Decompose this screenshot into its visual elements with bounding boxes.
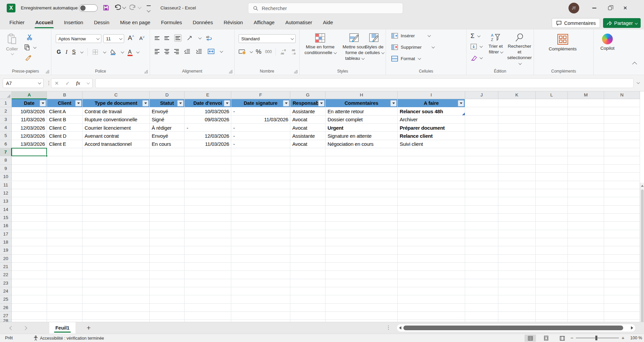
row-header-23[interactable]: 23 <box>0 279 12 287</box>
page-layout-view-button[interactable] <box>540 335 552 342</box>
table-header-date-signature[interactable]: Date signature <box>231 99 290 107</box>
cell-A2[interactable]: 10/03/2026 <box>12 107 47 115</box>
row-header-7[interactable]: 7 <box>0 148 12 156</box>
cell-E5[interactable]: 12/03/2026 <box>185 132 231 140</box>
tab-accueil[interactable]: Accueil <box>31 16 58 30</box>
share-button[interactable]: Partager <box>603 18 641 28</box>
zoom-slider-thumb[interactable] <box>595 336 597 340</box>
cell-A6[interactable]: 13/03/2026 <box>12 140 47 148</box>
cell-F5[interactable]: - <box>231 132 290 140</box>
italic-button[interactable]: I <box>65 49 67 55</box>
cell-I2[interactable]: Relancer sous 48h <box>398 107 465 115</box>
borders-button[interactable] <box>92 49 98 55</box>
cell-B6[interactable]: Client E <box>47 140 83 148</box>
clipboard-dialog-launcher[interactable] <box>46 70 49 73</box>
customize-toolbar-button[interactable] <box>147 5 151 13</box>
tab-mise-en-page[interactable]: Mise en page <box>115 16 155 30</box>
row-header-19[interactable]: 19 <box>0 246 12 254</box>
decrease-decimal-button[interactable]: .00→0 <box>291 48 298 55</box>
column-header-A[interactable]: A <box>12 91 47 99</box>
row-header-6[interactable]: 6 <box>0 140 12 148</box>
column-header-B[interactable]: B <box>47 91 83 99</box>
cell-G6[interactable]: Avocat <box>290 140 326 148</box>
cut-button[interactable] <box>26 34 33 40</box>
cell-H3[interactable]: Dossier complet <box>326 116 398 124</box>
cell-B3[interactable]: Client B <box>47 116 83 124</box>
scroll-left-icon[interactable] <box>399 326 401 330</box>
normal-view-button[interactable] <box>525 335 536 342</box>
prev-sheet-button[interactable] <box>9 326 14 330</box>
cell-D2[interactable]: Envoyé <box>150 107 185 115</box>
column-header-F[interactable]: F <box>231 91 290 99</box>
cell-A5[interactable]: 12/03/2026 <box>12 132 47 140</box>
row-header-20[interactable]: 20 <box>0 255 12 263</box>
tab-données[interactable]: Données <box>188 16 217 30</box>
copy-button[interactable] <box>24 44 36 51</box>
accessibility-status[interactable]: Accessibilité : vérification terminée <box>34 336 104 341</box>
increase-font-button[interactable]: A˄ <box>128 34 134 42</box>
align-center-button[interactable] <box>164 48 169 55</box>
column-header-J[interactable]: J <box>465 91 498 99</box>
cell-H4[interactable]: Urgent <box>326 124 398 132</box>
cell-G4[interactable]: Avocat <box>290 124 326 132</box>
find-select-button[interactable]: Rechercher et sélectionner <box>506 33 533 67</box>
row-header-12[interactable]: 12 <box>0 189 12 197</box>
zoom-in-button[interactable]: + <box>622 335 625 341</box>
table-resize-handle[interactable] <box>462 113 465 115</box>
name-box[interactable]: A7 <box>3 78 44 88</box>
font-dialog-launcher[interactable] <box>144 70 148 73</box>
cell-B2[interactable]: Client A <box>47 107 83 115</box>
clear-button[interactable] <box>470 55 482 61</box>
filter-button-F[interactable] <box>283 100 289 106</box>
row-header-13[interactable]: 13 <box>0 197 12 205</box>
table-header-commentaires[interactable]: Commentaires <box>326 99 398 107</box>
format-cells-button[interactable]: Format <box>391 56 420 61</box>
underline-button[interactable]: S <box>72 49 76 55</box>
hscroll-resize-handle[interactable]: ⋮ <box>386 325 391 331</box>
cell-F6[interactable]: - <box>231 140 290 148</box>
cell-D6[interactable]: En cours <box>150 140 185 148</box>
cell-C3[interactable]: Rupture conventionnelle <box>83 116 150 124</box>
alignment-dialog-launcher[interactable] <box>229 70 232 73</box>
cell-B5[interactable]: Client D <box>47 132 83 140</box>
cell-F4[interactable]: - <box>231 124 290 132</box>
column-header-L[interactable]: L <box>536 91 568 99</box>
cell-B4[interactable]: Client C <box>47 124 83 132</box>
expand-formula-bar-chevron-icon[interactable] <box>637 81 640 84</box>
cell-I6[interactable]: Suivi client <box>398 140 465 148</box>
fx-chevron-icon[interactable] <box>87 81 90 84</box>
currency-button[interactable] <box>239 49 246 55</box>
align-top-button[interactable] <box>155 35 159 41</box>
orientation-chevron-icon[interactable] <box>198 36 202 39</box>
column-header-G[interactable]: G <box>290 91 326 99</box>
cell-C2[interactable]: Contrat de travail <box>83 107 150 115</box>
avatar[interactable]: JT <box>568 3 579 13</box>
cell-F3[interactable]: 11/03/2026 <box>231 116 290 124</box>
filter-button-G[interactable] <box>318 100 325 106</box>
cell-D4[interactable]: À rédiger <box>150 124 185 132</box>
column-header-N[interactable]: N <box>604 91 640 99</box>
merge-chevron-icon[interactable] <box>220 49 223 53</box>
cell-E4[interactable]: - <box>185 124 231 132</box>
cell-F2[interactable]: - <box>231 107 290 115</box>
row-header-17[interactable]: 17 <box>0 230 12 238</box>
row-header-21[interactable]: 21 <box>0 263 12 271</box>
row-header-10[interactable]: 10 <box>0 173 12 181</box>
row-header-9[interactable]: 9 <box>0 165 12 173</box>
orientation-button[interactable] <box>187 35 193 41</box>
column-header-M[interactable]: M <box>568 91 604 99</box>
minimize-button[interactable] <box>587 0 602 16</box>
cell-C5[interactable]: Avenant contrat <box>83 132 150 140</box>
borders-chevron-icon[interactable] <box>103 50 106 53</box>
font-color-button[interactable]: A <box>128 49 132 55</box>
thousands-button[interactable]: 000 <box>265 49 272 54</box>
align-middle-button[interactable] <box>164 35 169 41</box>
formula-input[interactable] <box>95 78 634 88</box>
wrap-text-button[interactable]: ab <box>206 35 212 41</box>
row-header-8[interactable]: 8 <box>0 156 12 164</box>
row-header-11[interactable]: 11 <box>0 181 12 189</box>
confirm-entry-button[interactable]: ✓ <box>65 80 70 86</box>
fill-color-chevron-icon[interactable] <box>121 50 124 53</box>
tab-automatiser[interactable]: Automatiser <box>281 16 317 30</box>
tab-aide[interactable]: Aide <box>318 16 338 30</box>
